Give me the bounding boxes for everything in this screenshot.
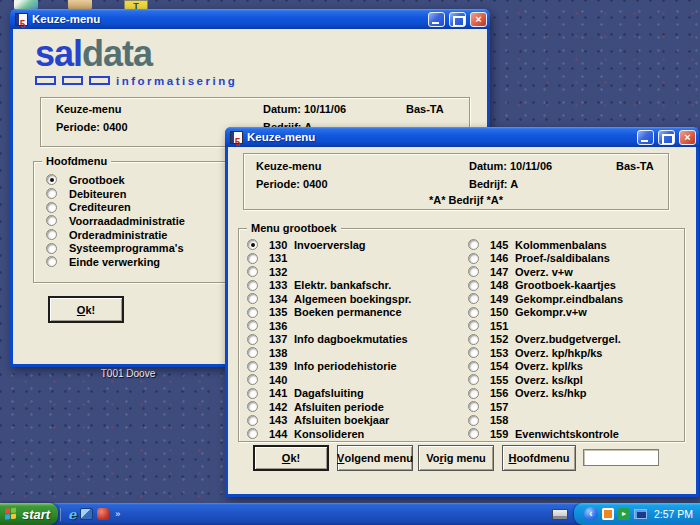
- menu-option[interactable]: 131: [247, 252, 462, 266]
- radio-button[interactable]: [46, 215, 57, 226]
- menu-option[interactable]: 141 Dagafsluiting: [247, 387, 462, 401]
- menu-option[interactable]: 134 Algemeen boekingspr.: [247, 292, 462, 306]
- radio-button[interactable]: [468, 280, 479, 291]
- radio-button[interactable]: [247, 307, 258, 318]
- radio-button[interactable]: [468, 253, 479, 264]
- radio-button[interactable]: [468, 415, 479, 426]
- menu-option[interactable]: 149 Gekompr.eindbalans: [468, 292, 680, 306]
- titlebar[interactable]: Keuze-menu ×: [225, 127, 699, 147]
- command-input[interactable]: [583, 449, 659, 466]
- radio-button[interactable]: [468, 401, 479, 412]
- ok-button[interactable]: Ok!: [48, 296, 124, 323]
- menu-option[interactable]: 151: [468, 319, 680, 333]
- radio-button[interactable]: [46, 256, 57, 267]
- radio-button[interactable]: [247, 266, 258, 277]
- internet-explorer-icon[interactable]: e: [68, 508, 76, 521]
- menu-option[interactable]: 159 Evenwichtskontrole: [468, 427, 680, 441]
- radio-button[interactable]: [468, 428, 479, 439]
- menu-option[interactable]: Debiteuren: [46, 187, 234, 201]
- menu-option[interactable]: Systeemprogramma's: [46, 241, 234, 255]
- keyboard-layout-icon[interactable]: [552, 509, 568, 520]
- quick-launch-app-icon[interactable]: [97, 508, 109, 520]
- quick-launch-overflow-chevron[interactable]: »: [113, 509, 122, 519]
- menu-option[interactable]: 145 Kolommenbalans: [468, 238, 680, 252]
- radio-button[interactable]: [247, 334, 258, 345]
- radio-button[interactable]: [468, 347, 479, 358]
- tray-app-icon-orange[interactable]: [602, 508, 614, 520]
- radio-button[interactable]: [247, 415, 258, 426]
- menu-option[interactable]: 155 Overz. ks/kpl: [468, 373, 680, 387]
- menu-option[interactable]: Orderadministratie: [46, 228, 234, 242]
- volgend-menu-button[interactable]: Volgend menu: [337, 445, 413, 471]
- menu-option[interactable]: 133 Elektr. bankafschr.: [247, 279, 462, 293]
- radio-button[interactable]: [247, 280, 258, 291]
- menu-option[interactable]: Einde verwerking: [46, 255, 234, 269]
- menu-option[interactable]: 154 Overz. kpl/ks: [468, 360, 680, 374]
- radio-button[interactable]: [46, 174, 57, 185]
- menu-option[interactable]: 146 Proef-/saldibalans: [468, 252, 680, 266]
- station-label: Bas-TA: [406, 103, 444, 115]
- minimize-button[interactable]: [428, 12, 445, 27]
- menu-option[interactable]: Voorraadadministratie: [46, 214, 234, 228]
- start-button[interactable]: start: [0, 503, 58, 525]
- radio-button[interactable]: [46, 243, 57, 254]
- menu-option[interactable]: 136: [247, 319, 462, 333]
- hide-tray-icons-icon[interactable]: ‹: [584, 507, 598, 521]
- menu-option[interactable]: 147 Overz. v+w: [468, 265, 680, 279]
- menu-option[interactable]: 139 Info periodehistorie: [247, 360, 462, 374]
- radio-button[interactable]: [247, 401, 258, 412]
- menu-option[interactable]: 153 Overz. kp/hkp/ks: [468, 346, 680, 360]
- radio-button[interactable]: [247, 374, 258, 385]
- menu-option[interactable]: 140: [247, 373, 462, 387]
- menu-option[interactable]: 132: [247, 265, 462, 279]
- radio-button[interactable]: [247, 320, 258, 331]
- radio-button[interactable]: [468, 307, 479, 318]
- menu-option[interactable]: 135 Boeken permanence: [247, 306, 462, 320]
- menu-option[interactable]: 143 Afsluiten boekjaar: [247, 414, 462, 428]
- radio-button[interactable]: [468, 293, 479, 304]
- hoofdmenu-button[interactable]: Hoofdmenu: [502, 445, 576, 471]
- radio-button[interactable]: [468, 266, 479, 277]
- maximize-button[interactable]: [658, 130, 675, 145]
- radio-button[interactable]: [468, 239, 479, 250]
- menu-option[interactable]: 148 Grootboek-kaartjes: [468, 279, 680, 293]
- radio-button[interactable]: [247, 239, 258, 250]
- radio-button[interactable]: [247, 388, 258, 399]
- radio-button[interactable]: [46, 188, 57, 199]
- menu-option[interactable]: 158: [468, 414, 680, 428]
- radio-button[interactable]: [247, 361, 258, 372]
- menu-option[interactable]: 150 Gekompr.v+w: [468, 306, 680, 320]
- radio-button[interactable]: [468, 388, 479, 399]
- menu-option[interactable]: 144 Konsolideren: [247, 427, 462, 441]
- menu-option[interactable]: Crediteuren: [46, 200, 234, 214]
- menu-option[interactable]: 152 Overz.budgetvergel.: [468, 333, 680, 347]
- radio-button[interactable]: [247, 347, 258, 358]
- radio-button[interactable]: [247, 293, 258, 304]
- maximize-button[interactable]: [449, 12, 466, 27]
- show-desktop-icon[interactable]: [80, 508, 93, 520]
- menu-option[interactable]: 157: [468, 400, 680, 414]
- radio-button[interactable]: [468, 320, 479, 331]
- menu-option[interactable]: 138: [247, 346, 462, 360]
- menu-option[interactable]: Grootboek: [46, 173, 234, 187]
- close-icon[interactable]: ×: [679, 130, 696, 145]
- network-status-icon[interactable]: [634, 509, 647, 519]
- radio-button[interactable]: [468, 334, 479, 345]
- ok-button[interactable]: Ok!: [253, 445, 329, 471]
- radio-button[interactable]: [46, 229, 57, 240]
- radio-button[interactable]: [46, 202, 57, 213]
- minimize-button[interactable]: [637, 130, 654, 145]
- titlebar[interactable]: Keuze-menu ×: [10, 9, 490, 29]
- tray-app-icon-green[interactable]: ▸: [618, 508, 630, 520]
- radio-button[interactable]: [247, 428, 258, 439]
- menu-option[interactable]: 130 Invoerverslag: [247, 238, 462, 252]
- menu-option[interactable]: 137 Info dagboekmutaties: [247, 333, 462, 347]
- button-label-part: H: [508, 452, 516, 464]
- radio-button[interactable]: [468, 374, 479, 385]
- close-icon[interactable]: ×: [470, 12, 487, 27]
- radio-button[interactable]: [247, 253, 258, 264]
- vorig-menu-button[interactable]: Vorig menu: [418, 445, 494, 471]
- menu-option[interactable]: 156 Overz. ks/hkp: [468, 387, 680, 401]
- radio-button[interactable]: [468, 361, 479, 372]
- menu-option[interactable]: 142 Afsluiten periode: [247, 400, 462, 414]
